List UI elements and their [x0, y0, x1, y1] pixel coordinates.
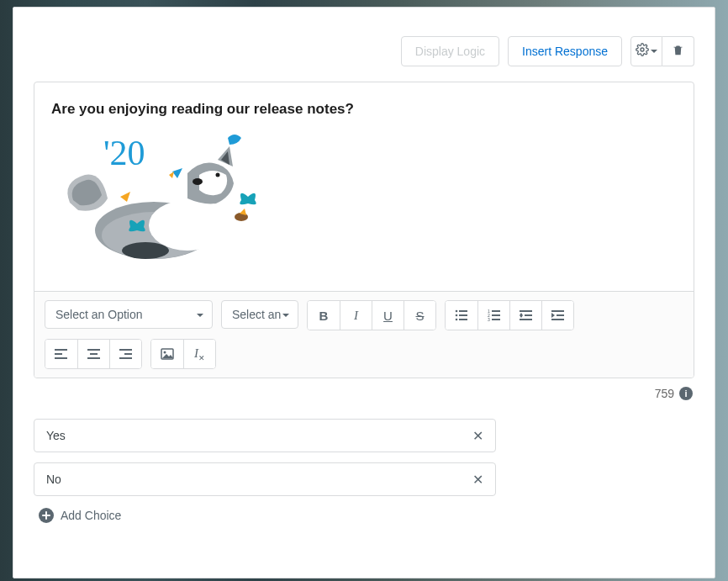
svg-rect-24: [557, 314, 564, 316]
svg-point-8: [456, 310, 458, 313]
bullet-list-icon: [455, 309, 468, 322]
align-group: [45, 339, 142, 369]
svg-rect-33: [124, 353, 132, 355]
underline-button[interactable]: U: [372, 301, 404, 330]
svg-rect-22: [520, 319, 532, 320]
svg-point-6: [216, 173, 220, 177]
settings-delete-group: [630, 36, 694, 66]
text-style-group: B I U S: [307, 300, 436, 330]
indent-icon: [551, 309, 565, 322]
top-actions: Display Logic Insert Response: [34, 36, 694, 66]
info-icon[interactable]: i: [679, 387, 693, 400]
remove-choice-button[interactable]: ✕: [472, 472, 483, 488]
remove-choice-button[interactable]: ✕: [472, 428, 483, 444]
svg-rect-17: [492, 314, 500, 316]
settings-dropdown-button[interactable]: [630, 36, 662, 66]
question-canvas[interactable]: Are you enjoying reading our release not…: [34, 82, 694, 291]
chevron-down-icon: [651, 50, 657, 53]
chevron-down-icon: [282, 314, 289, 317]
italic-icon: I: [354, 309, 358, 323]
svg-rect-28: [55, 357, 67, 359]
svg-rect-11: [459, 314, 467, 316]
gear-icon: [636, 43, 649, 60]
question-editor-panel: Display Logic Insert Response: [13, 7, 715, 578]
strikethrough-button[interactable]: S: [404, 301, 435, 330]
trash-icon: [672, 44, 684, 60]
svg-rect-20: [520, 310, 532, 312]
svg-point-12: [456, 319, 458, 321]
svg-rect-34: [119, 357, 132, 359]
svg-rect-25: [551, 319, 564, 320]
svg-rect-26: [55, 349, 67, 351]
svg-rect-23: [551, 310, 564, 312]
underline-icon: U: [383, 309, 393, 323]
svg-rect-9: [459, 310, 467, 312]
add-choice-label: Add Choice: [61, 509, 121, 522]
choice-row[interactable]: Yes ✕: [34, 419, 496, 452]
font-size-label: Select an: [232, 308, 281, 321]
align-center-button[interactable]: [77, 340, 109, 368]
display-logic-button[interactable]: Display Logic: [401, 36, 499, 66]
align-right-icon: [119, 347, 133, 361]
font-family-label: Select an Option: [55, 308, 143, 321]
indent-button[interactable]: [541, 301, 573, 330]
svg-rect-31: [87, 357, 100, 359]
svg-point-4: [122, 242, 169, 259]
strikethrough-icon: S: [415, 309, 424, 323]
choices-list: Yes ✕ No ✕: [34, 419, 694, 496]
character-counter-row: 759 i: [34, 387, 693, 400]
media-clear-group: I✕: [150, 339, 216, 369]
delete-button[interactable]: [662, 36, 694, 66]
add-choice-button[interactable]: Add Choice: [39, 508, 694, 523]
svg-text:3: 3: [488, 317, 490, 322]
plus-circle-icon: [39, 508, 54, 523]
align-left-icon: [55, 347, 68, 361]
svg-rect-29: [87, 349, 100, 351]
character-count: 759: [655, 387, 674, 400]
font-family-select[interactable]: Select an Option: [45, 300, 213, 329]
svg-rect-19: [492, 319, 500, 320]
numbered-list-icon: 123: [488, 309, 501, 322]
chevron-down-icon: [197, 314, 203, 317]
release-illustration: '20: [61, 123, 280, 266]
align-left-button[interactable]: [45, 340, 77, 368]
svg-point-0: [641, 48, 644, 51]
svg-point-10: [456, 314, 458, 317]
list-indent-group: 123: [445, 300, 574, 330]
year-label: '20: [103, 134, 145, 172]
align-right-button[interactable]: [109, 340, 141, 368]
italic-button[interactable]: I: [340, 301, 372, 330]
close-icon: ✕: [472, 429, 483, 443]
clear-format-icon: I✕: [194, 346, 205, 362]
svg-rect-13: [459, 319, 467, 320]
clear-formatting-button[interactable]: I✕: [183, 340, 215, 368]
editor-card: Are you enjoying reading our release not…: [34, 82, 694, 378]
insert-response-button[interactable]: Insert Response: [508, 36, 622, 66]
svg-rect-32: [119, 349, 132, 351]
svg-rect-30: [90, 353, 98, 355]
numbered-list-button[interactable]: 123: [477, 301, 509, 330]
bold-icon: B: [319, 309, 329, 323]
insert-image-button[interactable]: [151, 340, 183, 368]
outdent-icon: [520, 309, 533, 322]
choice-label: Yes: [46, 429, 66, 442]
choice-label: No: [46, 473, 61, 486]
svg-rect-27: [55, 353, 62, 355]
outdent-button[interactable]: [509, 301, 541, 330]
bullet-list-button[interactable]: [446, 301, 477, 330]
svg-rect-21: [525, 314, 532, 316]
close-icon: ✕: [472, 473, 483, 487]
svg-point-5: [193, 178, 203, 185]
image-icon: [161, 347, 174, 361]
font-size-select[interactable]: Select an: [221, 300, 298, 329]
align-center-icon: [87, 347, 101, 361]
svg-point-36: [164, 351, 166, 354]
question-text: Are you enjoying reading our release not…: [51, 101, 675, 118]
choice-row[interactable]: No ✕: [34, 462, 496, 496]
rich-text-toolbar: Select an Option Select an B I U S: [34, 291, 694, 378]
bold-button[interactable]: B: [308, 301, 340, 330]
svg-rect-15: [492, 310, 500, 312]
wolf-illustration: [67, 146, 234, 259]
